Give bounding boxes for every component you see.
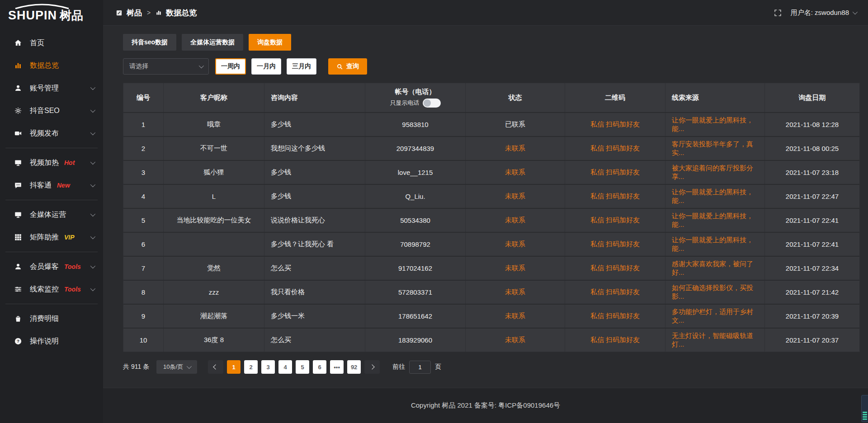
table-row: 2不可一世我想问这个多少钱2097344839未联系私信 扫码加好友客厅安装投影… (123, 137, 859, 161)
cell-source[interactable]: 让你一眼就爱上的黑科技，能... (665, 209, 765, 232)
query-button[interactable]: 查询 (328, 58, 367, 75)
cell-source[interactable]: 客厅安装投影半年多了，真实... (665, 137, 765, 160)
page-button-6[interactable]: 6 (313, 360, 326, 374)
sidebar-item-doukertong[interactable]: 抖客通New (0, 174, 103, 197)
next-page-button[interactable] (364, 360, 380, 374)
sidebar-item-douyin-seo[interactable]: 抖音SEO (0, 99, 103, 122)
gear-icon (14, 107, 23, 115)
chevron-down-icon (90, 130, 95, 135)
cell-qr[interactable]: 私信 扫码加好友 (565, 113, 665, 136)
breadcrumb-separator: > (146, 9, 151, 16)
inquiry-table: 编号 客户昵称 咨询内容 帐号（电话） 只显示电话 状态 二维码 线索来源 询盘… (123, 83, 860, 352)
cell-id: 1 (123, 113, 164, 136)
goto-page-input[interactable] (409, 361, 431, 374)
sliders-icon (14, 285, 23, 293)
sidebar-item-badge: Tools (64, 286, 81, 293)
cell-qr[interactable]: 私信 扫码加好友 (565, 233, 665, 256)
sidebar-item-expense-detail[interactable]: 消费明细 (0, 307, 103, 330)
page-button-2[interactable]: 2 (244, 360, 258, 374)
cell-date: 2021-11-08 12:28 (765, 113, 859, 136)
cell-qr[interactable]: 私信 扫码加好友 (565, 281, 665, 304)
cell-source[interactable]: 被大家追着问的客厅投影分享... (665, 161, 765, 184)
page-button-1[interactable]: 1 (227, 360, 241, 374)
sidebar-divider (5, 304, 98, 304)
logo-text-en: SHUPIN (8, 9, 57, 23)
cell-source[interactable]: 无主灯设计，智能磁吸轨道灯... (665, 329, 765, 352)
svg-text:?: ? (17, 338, 19, 343)
tab-media-operation-data[interactable]: 全媒体运营数据 (182, 34, 243, 51)
cell-source[interactable]: 多功能护栏灯，适用于乡村文... (665, 305, 765, 328)
cell-content: 多少钱一米 (264, 305, 365, 328)
cell-qr[interactable]: 私信 扫码加好友 (565, 305, 665, 328)
cell-status: 未联系 (466, 257, 565, 280)
cell-qr[interactable]: 私信 扫码加好友 (565, 137, 665, 160)
chevron-down-icon (199, 63, 204, 68)
search-icon (336, 63, 343, 70)
cell-status: 已联系 (466, 113, 565, 136)
sidebar-divider (5, 252, 98, 252)
cell-id: 8 (123, 281, 164, 304)
page-button-5[interactable]: 5 (296, 360, 309, 374)
range-button-week[interactable]: 一周内 (215, 58, 246, 75)
cell-qr[interactable]: 私信 扫码加好友 (565, 161, 665, 184)
fullscreen-icon[interactable] (774, 9, 782, 17)
page-button-3[interactable]: 3 (261, 360, 275, 374)
cell-content: 怎么买 (264, 257, 365, 280)
main-content: 抖音seo数据全媒体运营数据询盘数据 请选择 一周内一月内三月内 查询 编号 客… (103, 26, 868, 388)
chevron-down-icon (90, 234, 95, 239)
corner-widget[interactable] (861, 395, 868, 422)
column-header-qrcode: 二维码 (565, 83, 665, 112)
cell-nickname (164, 233, 264, 256)
filter-select[interactable]: 请选择 (123, 58, 209, 75)
video-icon (14, 129, 23, 137)
page-size-select[interactable]: 10条/页 (156, 360, 197, 374)
sidebar-item-label: 视频发布 (30, 129, 59, 138)
sidebar-item-operation-guide[interactable]: ?操作说明 (0, 330, 103, 352)
range-button-quarter[interactable]: 三月内 (287, 58, 316, 75)
cell-qr[interactable]: 私信 扫码加好友 (565, 257, 665, 280)
cell-date: 2021-11-08 00:25 (765, 137, 859, 160)
page-button-92[interactable]: 92 (347, 360, 361, 374)
cell-id: 4 (123, 185, 164, 208)
sidebar-item-matrix-boost[interactable]: 矩阵助推VIP (0, 226, 103, 249)
cell-qr[interactable]: 私信 扫码加好友 (565, 209, 665, 232)
tab-douyin-seo-data[interactable]: 抖音seo数据 (123, 34, 176, 51)
chevron-left-icon (213, 364, 218, 369)
page-button-4[interactable]: 4 (278, 360, 292, 374)
cell-qr[interactable]: 私信 扫码加好友 (565, 185, 665, 208)
column-header-status: 状态 (466, 83, 565, 112)
tab-inquiry-data[interactable]: 询盘数据 (249, 34, 291, 51)
page-buttons: 123456•••92 (227, 360, 361, 374)
column-header-date: 询盘日期 (765, 83, 859, 112)
cell-source[interactable]: 让你一眼就爱上的黑科技，能... (665, 185, 765, 208)
logo: SHUPIN 树品 (0, 0, 103, 29)
page-button-ellipsis[interactable]: ••• (330, 360, 344, 374)
sidebar-item-data-overview[interactable]: 数据总览 (0, 54, 103, 77)
prev-page-button[interactable] (208, 360, 223, 374)
cell-source[interactable]: 感谢大家喜欢我家，被问了好... (665, 257, 765, 280)
sidebar-item-media-operation[interactable]: 全媒体运营 (0, 203, 103, 226)
goto-suffix: 页 (435, 363, 441, 371)
range-button-month[interactable]: 一月内 (251, 58, 281, 75)
goto-page: 前往 页 (392, 361, 441, 374)
sidebar-item-account-management[interactable]: 账号管理 (0, 77, 103, 99)
cell-source[interactable]: 如何正确选择投影仪，买投影... (665, 281, 765, 304)
sidebar-item-video-publish[interactable]: 视频发布 (0, 122, 103, 145)
cell-account: 183929060 (365, 329, 466, 352)
cell-source[interactable]: 让你一眼就爱上的黑科技，能... (665, 233, 765, 256)
cell-content: 我想问这个多少钱 (264, 137, 365, 160)
table-row: 4L多少钱Q_Liu.未联系私信 扫码加好友让你一眼就爱上的黑科技，能...20… (123, 185, 859, 209)
sidebar-item-home[interactable]: 首页 (0, 32, 103, 54)
sidebar-item-clue-monitor[interactable]: 线索监控Tools (0, 278, 103, 301)
cell-qr[interactable]: 私信 扫码加好友 (565, 329, 665, 352)
cell-nickname: 哦章 (164, 113, 264, 136)
cell-id: 10 (123, 329, 164, 352)
sidebar-item-member-baoke[interactable]: 会员爆客Tools (0, 255, 103, 278)
home-icon (14, 39, 23, 47)
phone-toggle-label: 只显示电话 (390, 99, 420, 107)
phone-only-toggle[interactable] (423, 99, 441, 108)
cell-source[interactable]: 让你一眼就爱上的黑科技，能... (665, 113, 765, 136)
sidebar-item-video-heating[interactable]: 视频加热Hot (0, 151, 103, 174)
user-menu[interactable]: 用户名: zswodun88 (791, 9, 856, 17)
breadcrumb-root[interactable]: 树品 (127, 8, 142, 18)
